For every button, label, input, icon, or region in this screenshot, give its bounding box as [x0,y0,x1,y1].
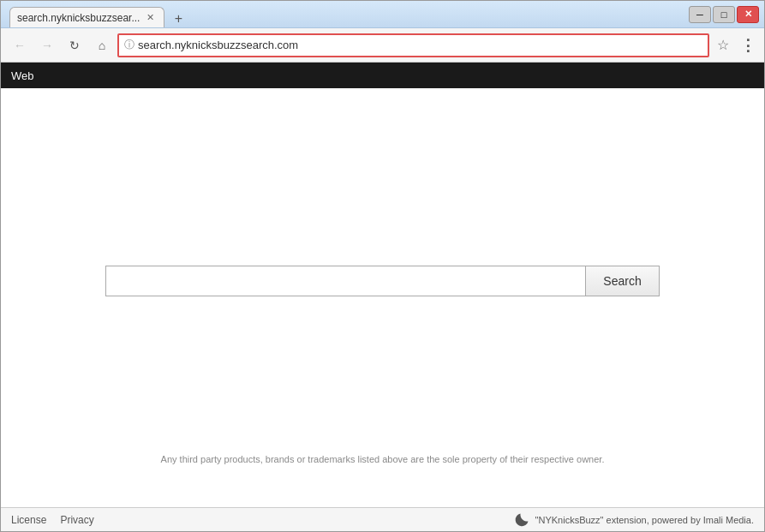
disclaimer-text: Any third party products, brands or trad… [1,454,764,464]
new-tab-button[interactable]: + [168,10,188,27]
extension-text: "NYKnicksBuzz" extension, powered by Ima… [535,515,754,525]
search-area: Search [105,266,659,296]
search-button[interactable]: Search [585,266,659,296]
back-icon: ← [14,39,26,52]
footer-links: License Privacy [11,514,94,526]
address-input[interactable] [138,39,702,51]
refresh-icon: ↻ [69,39,80,52]
license-link[interactable]: License [11,514,46,526]
nav-bar: ← → ↻ ⌂ ⓘ ☆ ⋮ [1,28,764,63]
address-bar[interactable]: ⓘ [117,33,709,57]
menu-dots-icon: ⋮ [740,36,754,55]
moon-icon [513,511,530,529]
tab-strip: search.nyknicksbuzzsear... ✕ + [9,1,689,27]
security-icon: ⓘ [124,38,134,52]
title-bar: search.nyknicksbuzzsear... ✕ + ─ □ ✕ [1,1,764,28]
browser-tab[interactable]: search.nyknicksbuzzsear... ✕ [9,7,164,27]
extension-info: "NYKnicksBuzz" extension, powered by Ima… [513,511,754,529]
bookmark-button[interactable]: ☆ [713,35,733,56]
web-tab-label[interactable]: Web [11,69,34,82]
maximize-button[interactable]: □ [713,6,735,23]
browser-window: search.nyknicksbuzzsear... ✕ + ─ □ ✕ ← →… [0,0,765,532]
home-button[interactable]: ⌂ [90,33,114,57]
browser-footer: License Privacy "NYKnicksBuzz" extension… [1,507,764,531]
web-tab-bar: Web [1,63,764,88]
tab-close-button[interactable]: ✕ [143,11,157,25]
forward-icon: → [41,39,53,52]
refresh-button[interactable]: ↻ [63,33,87,57]
tab-title: search.nyknicksbuzzsear... [17,12,140,24]
minimize-button[interactable]: ─ [689,6,711,23]
home-icon: ⌂ [99,39,105,52]
forward-button[interactable]: → [35,33,59,57]
page-content: Search Any third party products, brands … [1,88,764,507]
star-icon: ☆ [717,37,729,53]
close-button[interactable]: ✕ [737,6,759,23]
privacy-link[interactable]: Privacy [60,514,93,526]
search-input[interactable] [105,266,585,296]
window-controls: ─ □ ✕ [689,6,759,23]
back-button[interactable]: ← [8,33,32,57]
menu-button[interactable]: ⋮ [737,35,757,56]
